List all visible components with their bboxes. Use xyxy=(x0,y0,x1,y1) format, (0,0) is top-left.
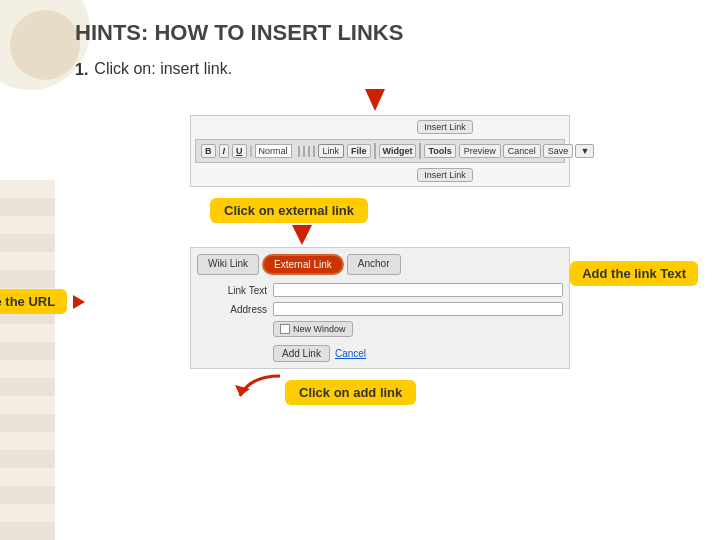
insert-link-bottom-label: Insert Link xyxy=(417,168,473,182)
tools-btn[interactable]: Tools xyxy=(424,144,455,158)
link-btn[interactable]: Link xyxy=(318,144,345,158)
address-label: Address xyxy=(197,304,267,315)
align-icon-2 xyxy=(303,146,305,157)
add-link-text-bubble: Add the link Text xyxy=(570,261,698,286)
save-btn[interactable]: Save xyxy=(543,144,574,158)
step-text: Click on: insert link. xyxy=(94,60,232,78)
svg-marker-1 xyxy=(292,225,312,245)
tab-anchor[interactable]: Anchor xyxy=(347,254,401,275)
new-window-row: New Window xyxy=(273,321,563,337)
tabs-row: Wiki Link External Link Anchor xyxy=(197,254,563,275)
editor-screenshot: Insert Link B I U Normal Link File Widge… xyxy=(190,115,570,187)
toolbar-icon-1 xyxy=(250,145,252,157)
title-hints: HINTS: xyxy=(75,20,154,45)
paste-url-arrow xyxy=(73,295,85,309)
click-add-link-bubble: Click on add link xyxy=(285,380,416,405)
widget-btn[interactable]: Widget xyxy=(379,144,417,158)
page-title: HINTS: HOW TO INSERT LINKS xyxy=(70,20,700,46)
new-window-checkbox[interactable] xyxy=(280,324,290,334)
address-row: Address xyxy=(197,302,563,316)
tab-wiki-link[interactable]: Wiki Link xyxy=(197,254,259,275)
dialog-wrapper: Paste the URL Add the link Text Wiki Lin… xyxy=(130,247,520,369)
title-main: HOW TO INSERT LINKS xyxy=(154,20,403,45)
cancel-link-button[interactable]: Cancel xyxy=(335,348,366,359)
step-number: 1. xyxy=(75,61,88,79)
underline-btn[interactable]: U xyxy=(232,144,247,158)
new-window-text: New Window xyxy=(293,324,346,334)
red-arrow-down-dialog xyxy=(290,225,314,245)
dialog-area: Wiki Link External Link Anchor Link Text… xyxy=(190,247,570,369)
add-link-button[interactable]: Add Link xyxy=(273,345,330,362)
save-dropdown-btn[interactable]: ▼ xyxy=(575,144,594,158)
widget-icon xyxy=(374,143,376,159)
click-external-link-bubble: Click on external link xyxy=(210,198,368,223)
preview-btn[interactable]: Preview xyxy=(459,144,501,158)
align-icon-3 xyxy=(308,146,310,157)
address-input[interactable] xyxy=(273,302,563,316)
tools-icon xyxy=(419,143,421,159)
cancel-toolbar-btn[interactable]: Cancel xyxy=(503,144,541,158)
align-icon-1 xyxy=(298,146,300,157)
svg-marker-0 xyxy=(365,89,385,111)
normal-dropdown[interactable]: Normal xyxy=(255,144,292,158)
link-text-row: Link Text xyxy=(197,283,563,297)
bold-btn[interactable]: B xyxy=(201,144,216,158)
toolbar-right: Preview Cancel Save ▼ xyxy=(459,144,594,158)
step-1: 1. Click on: insert link. xyxy=(70,60,700,79)
italic-btn[interactable]: I xyxy=(219,144,230,158)
main-content: HINTS: HOW TO INSERT LINKS 1. Click on: … xyxy=(60,0,720,540)
toolbar-row: B I U Normal Link File Widget Tools Prev… xyxy=(195,139,565,163)
paste-url-bubble: Paste the URL xyxy=(0,289,67,314)
link-text-input[interactable] xyxy=(273,283,563,297)
align-icon-4 xyxy=(313,146,315,157)
link-text-label: Link Text xyxy=(197,285,267,296)
red-arrow-down-top xyxy=(363,89,387,111)
file-btn[interactable]: File xyxy=(347,144,371,158)
add-link-row: Add Link Cancel xyxy=(273,345,563,362)
paste-url-wrapper: Paste the URL xyxy=(0,289,85,314)
insert-link-top-label: Insert Link xyxy=(417,120,473,134)
tab-external-link[interactable]: External Link xyxy=(262,254,344,275)
add-link-text-wrapper: Add the link Text xyxy=(552,261,698,286)
new-window-label[interactable]: New Window xyxy=(273,321,353,337)
deco-bar xyxy=(0,180,55,540)
curved-arrow-icon xyxy=(230,371,290,401)
